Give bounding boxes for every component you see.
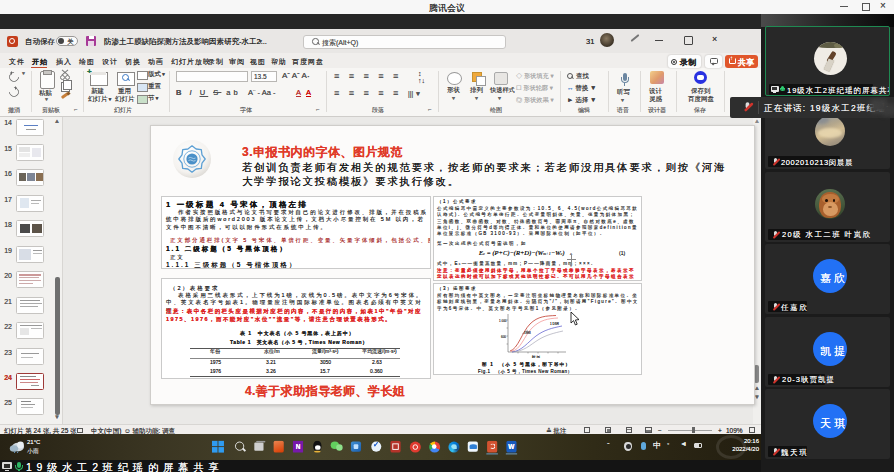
svg-text:1998: 1998 [524, 331, 531, 335]
svg-text:1 DSR: 1 DSR [550, 322, 560, 326]
svg-text:时 间: 时 间 [532, 355, 540, 359]
svg-text:600: 600 [501, 335, 506, 339]
svg-text:1 000: 1 000 [499, 319, 507, 323]
